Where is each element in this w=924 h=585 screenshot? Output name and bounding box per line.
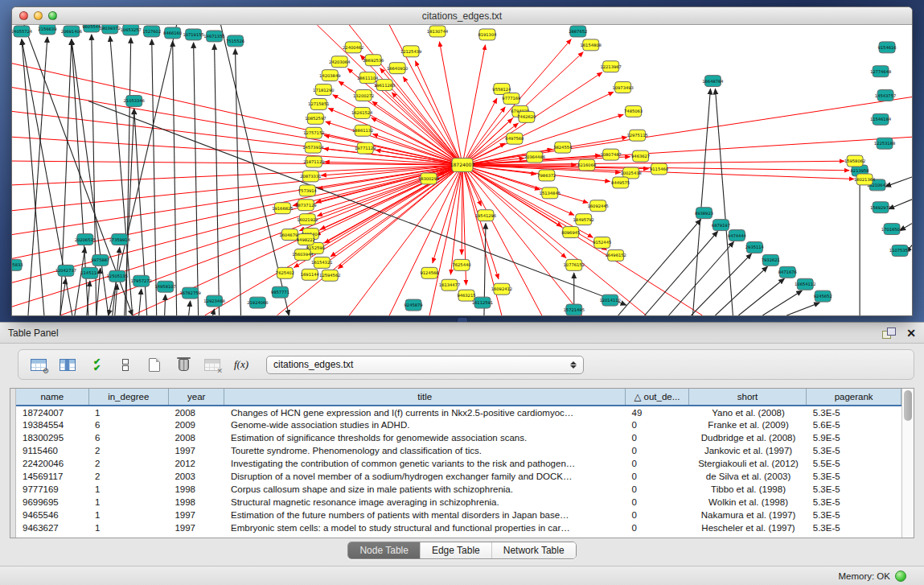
graph-edge-black[interactable] [691,253,751,315]
node-label: 12774648 [870,69,891,74]
table-row[interactable]: 1456911722003Disruption of a novel membe… [16,470,901,483]
table-row[interactable]: 946362711997Embryonic stem cells: a mode… [16,521,901,534]
graph-edge-red[interactable] [462,165,462,254]
table-toolbar: ⚙✔ ✔✕f(x) citations_edges.txt [18,349,914,380]
table-row[interactable]: 911546021997Tourette syndrome. Phenomeno… [16,444,901,457]
node-label: 10807487 [600,152,621,157]
node-label: 2935114 [745,245,764,249]
node-label: 16154321 [311,260,332,265]
graph-edge-black[interactable] [165,295,166,315]
node-label: 19771129 [355,146,376,150]
node-label: 20206535 [75,237,96,242]
window-titlebar[interactable]: citations_edges.txt [12,7,912,25]
table-select[interactable]: citations_edges.txt [266,356,584,374]
graph-edge-black[interactable] [885,177,912,187]
table-settings-icon[interactable]: ⚙ [27,353,51,376]
graph-edge-red[interactable] [462,165,588,203]
node-label: 2887652 [569,29,587,34]
node-label: 8938923 [695,211,713,216]
graph-edge-black[interactable] [645,232,718,315]
table-type-tabs: Node TableEdge TableNetwork Table [347,542,576,559]
node-label: 9152445 [593,240,611,245]
graph-edge-red[interactable] [389,25,462,165]
select-column-icon[interactable] [55,353,80,376]
node-label: 9245879 [405,303,423,307]
node-label: 18039372 [100,26,121,31]
node-label: 14203849 [319,73,340,78]
node-label: 8191304 [478,32,496,37]
node-label: 16112591 [472,300,493,305]
table-row[interactable]: 946554611997Estimation of the future num… [16,509,901,521]
table-row[interactable]: 1872400712008Changes of HCN gene express… [16,406,901,418]
node-label: 15721495 [564,307,585,312]
column-header-pagerank[interactable]: pagerank [807,389,901,406]
table-row[interactable]: 969969511998Structural magnetic resonanc… [16,496,901,509]
table-row[interactable]: 1938455462009Genome-wide association stu… [16,418,901,431]
graph-edge-black[interactable] [669,242,734,315]
column-header-name[interactable]: name [16,389,88,406]
node-label: 16092445 [588,204,609,208]
node-label: 9975887 [91,257,109,262]
graph-edge-red[interactable] [328,109,462,166]
splitter-handle[interactable] [457,317,468,322]
node-label: 18495792 [573,217,594,222]
table-row[interactable]: 977716911998Corpus callosum shape and si… [16,483,901,496]
tab-node-table[interactable]: Node Table [348,542,421,558]
graph-edge-black[interactable] [738,278,784,315]
graph-edge-black[interactable] [618,220,701,315]
node-label: 11075353 [889,248,910,253]
graph-edge-black[interactable] [22,39,44,315]
table-row[interactable]: 1830029562008Estimation of significance … [16,431,901,444]
network-canvas[interactable]: 2405572421566392069140696055441803937210… [12,25,912,315]
graph-edge-black[interactable] [215,44,220,315]
graph-edge-black[interactable] [152,39,157,315]
node-label: 16021364 [854,177,875,182]
select-rows-icon[interactable]: ✔ ✔ [84,353,109,376]
graph-edge-black[interactable] [715,266,767,315]
node-label: 18692536 [363,58,384,63]
graph-edge-black[interactable] [189,301,191,315]
graph-edge-red[interactable] [462,107,505,165]
tab-network-table[interactable]: Network Table [492,542,576,558]
graph-edge-red[interactable] [403,76,462,165]
node-label: 10776152 [564,262,585,267]
graph-edge-red[interactable] [450,165,462,274]
node-label: 15603944 [292,252,313,257]
column-header-out_degree[interactable]: △ out_de... [626,389,689,406]
table-scrollbar[interactable] [901,389,914,538]
column-header-short[interactable]: short [688,389,806,406]
row-height-icon[interactable] [113,353,138,376]
node-label: 7485063 [624,109,643,113]
table-panel-header: Table Panel ✕ [0,323,924,344]
column-header-title[interactable]: title [224,389,626,406]
graph-edge-red[interactable] [372,117,462,165]
close-panel-icon[interactable]: ✕ [906,328,916,339]
graph-edge-black[interactable] [194,43,199,315]
graph-edge-red[interactable] [318,165,462,269]
new-table-icon[interactable] [142,353,166,376]
column-header-year[interactable]: year [168,389,224,406]
node-label: 16134477 [439,282,460,287]
tab-edge-table[interactable]: Edge Table [421,542,492,558]
table-row[interactable]: 2242004622012Investigating the contribut… [16,457,901,470]
column-header-in_degree[interactable]: in_degree [88,389,168,406]
graph-edge-black[interactable] [889,200,912,209]
function-builder-icon[interactable]: f(x) [229,353,253,376]
status-bar: Memory: OK [0,566,924,585]
node-label: 8466160 [163,31,182,35]
graph-edge-black[interactable] [786,303,819,315]
delete-table-icon[interactable] [171,353,195,376]
node-label: 16154808 [581,43,602,47]
float-panel-icon[interactable] [882,328,895,339]
graph-edge-black[interactable] [692,89,710,315]
graph-edge-red[interactable] [462,165,582,315]
node-label: 10025438 [620,171,641,175]
graph-edge-black[interactable] [75,247,85,315]
node-label: 7573914 [298,188,317,193]
graph-edge-red[interactable] [462,165,606,250]
scrollbar-thumb[interactable] [904,390,912,421]
node-label: 17016504 [881,227,902,232]
node-label: 24203064 [329,60,350,64]
node-label: 16782759 [179,290,200,295]
table-panel: Table Panel ✕ ⚙✔ ✔✕f(x) citations_edges.… [0,322,924,585]
